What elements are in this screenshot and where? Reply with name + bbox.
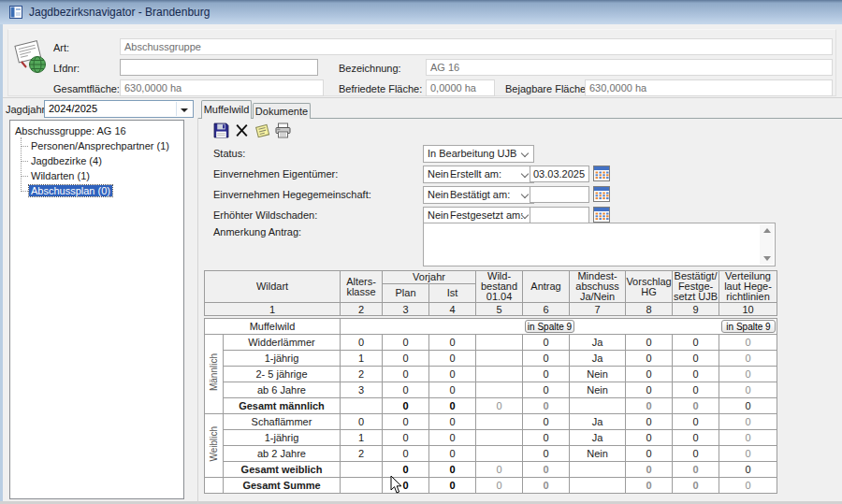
col-header-ist: Ist: [429, 284, 476, 303]
table-cell[interactable]: 0: [523, 382, 570, 398]
table-cell: [570, 478, 626, 494]
status-label: Status:: [213, 148, 245, 159]
table-cell: 0: [429, 462, 476, 478]
calendar-icon-festgesetzt[interactable]: [593, 207, 610, 223]
table-cell[interactable]: 0: [673, 414, 719, 430]
column-number-7: 7: [570, 303, 626, 316]
table-cell: 2: [341, 367, 383, 382]
in-spalte9-button-antrag[interactable]: in Spalte 9: [525, 320, 574, 333]
row-label: Schaflämmer: [224, 414, 341, 430]
table-cell[interactable]: 0: [626, 351, 673, 367]
table-cell: 0: [383, 430, 429, 446]
table-cell[interactable]: 0: [523, 414, 570, 430]
column-number-4: 4: [429, 303, 476, 316]
column-number-9: 9: [673, 303, 719, 316]
table-cell[interactable]: 0: [673, 382, 719, 398]
table-cell: 1: [341, 351, 383, 367]
lfdnr-label: Lfdnr:: [53, 63, 80, 74]
table-row-widderl-mmer: MännlichWidderlämmer0000Ja000: [205, 335, 777, 351]
mouse-cursor: [390, 475, 403, 495]
scroll-down-icon[interactable]: [763, 256, 771, 261]
print-icon[interactable]: [275, 122, 291, 138]
table-number-row: 12345678910: [205, 303, 777, 316]
row-label: 2- 5 jährige: [224, 367, 341, 382]
save-icon[interactable]: [213, 122, 229, 138]
table-cell[interactable]: 0: [523, 446, 570, 462]
table-cell[interactable]: 0: [673, 446, 719, 462]
col-header-mindestabschuss: Mindest- abschuss Ja/Nein: [570, 271, 626, 303]
table-cell[interactable]: Ja: [570, 414, 626, 430]
lfdnr-field[interactable]: [120, 59, 318, 76]
table-cell: [570, 398, 626, 414]
document-globe-icon: [12, 39, 50, 75]
table-cell[interactable]: Ja: [570, 351, 626, 367]
anmerkung-textarea[interactable]: [423, 223, 776, 266]
note-icon[interactable]: [254, 122, 270, 138]
table-cell[interactable]: 0: [523, 335, 570, 351]
table-cell[interactable]: Ja: [570, 335, 626, 351]
jagdjahr-dropdown-button[interactable]: [176, 102, 192, 116]
table-cell[interactable]: Nein: [570, 367, 626, 382]
status-dropdown[interactable]: In Bearbeitung UJB: [423, 145, 534, 163]
table-cell[interactable]: 0: [626, 335, 673, 351]
festgesetzt-am-field[interactable]: [530, 207, 589, 223]
table-cell: 0: [626, 462, 673, 478]
table-cell[interactable]: 0: [523, 351, 570, 367]
table-row-species: Muffelwild in Spalte 9 in Spalte 9: [205, 319, 777, 335]
table-cell[interactable]: Ja: [570, 430, 626, 446]
tab-dokumente[interactable]: Dokumente: [253, 103, 311, 119]
table-cell[interactable]: 0: [523, 430, 570, 446]
table-cell[interactable]: 0: [673, 351, 719, 367]
table-cell[interactable]: 0: [626, 430, 673, 446]
anmerkung-label: Anmerkung Antrag:: [213, 226, 301, 238]
tree-item-label: Personen/Ansprechpartner (1): [29, 140, 171, 151]
table-cell[interactable]: Nein: [570, 382, 626, 398]
textarea-scrollbar[interactable]: [760, 224, 774, 265]
tree-root-node[interactable]: Abschussgruppe: AG 16: [15, 125, 126, 137]
in-spalte9-button-verteilung[interactable]: in Spalte 9: [721, 320, 776, 333]
bestaetigt-am-label: Bestätigt am:: [450, 189, 510, 200]
table-cell[interactable]: 0: [626, 414, 673, 430]
column-number-3: 3: [383, 303, 429, 316]
table-cell[interactable]: 0: [626, 446, 673, 462]
eigentuemer-label: Einvernehmen Eigentümer:: [213, 168, 338, 180]
table-cell[interactable]: 0: [673, 367, 719, 382]
row-label: Gesamt Summe: [224, 478, 341, 494]
col-header-plan: Plan: [383, 284, 429, 303]
table-cell: 0: [429, 430, 476, 446]
wildschaden-label: Erhöhter Wildschaden:: [213, 209, 317, 221]
table-cell[interactable]: 0: [523, 367, 570, 382]
table-cell: 0: [429, 382, 476, 398]
plan-table: Muffelwild in Spalte 9 in Spalte 9 Männl…: [204, 318, 777, 494]
table-cell: 0: [383, 335, 429, 351]
tree-item-abschussplan-0[interactable]: Abschussplan (0): [29, 185, 112, 198]
row-label: 1-jährig: [224, 430, 341, 446]
scroll-up-icon[interactable]: [763, 228, 771, 233]
delete-icon[interactable]: [234, 122, 250, 138]
bestaetigt-am-field[interactable]: [530, 186, 589, 203]
tree-item-jagdbezirke-4[interactable]: Jagdbezirke (4): [29, 155, 104, 168]
table-cell[interactable]: 0: [673, 430, 719, 446]
tree-item-label: Abschussplan (0): [29, 185, 112, 196]
tree-item-wildarten-1[interactable]: Wildarten (1): [29, 170, 92, 183]
tabpage-border-left: [197, 118, 198, 504]
caret-down-icon: [181, 108, 188, 112]
table-cell: 0: [429, 398, 476, 414]
table-cell: 0: [719, 351, 777, 367]
calendar-icon-bestaetigt[interactable]: [593, 186, 610, 202]
tab-muffelwild[interactable]: Muffelwild: [201, 100, 252, 119]
tree-item-personen-ansprechpartner-1[interactable]: Personen/Ansprechpartner (1): [29, 140, 171, 153]
table-cell: 0: [383, 414, 429, 430]
table-cell: 0: [383, 351, 429, 367]
gender-group-empty: [205, 478, 224, 494]
table-cell: 3: [341, 382, 383, 398]
erstellt-am-field[interactable]: 03.03.2025: [530, 166, 589, 182]
jagdjahr-combobox[interactable]: 2024/2025: [44, 100, 194, 118]
table-cell[interactable]: 0: [626, 382, 673, 398]
table-cell: 0: [673, 478, 719, 494]
table-cell: [570, 462, 626, 478]
table-cell[interactable]: 0: [626, 367, 673, 382]
table-cell[interactable]: Nein: [570, 446, 626, 462]
table-cell[interactable]: 0: [673, 335, 719, 351]
calendar-icon-erstellt[interactable]: [593, 166, 610, 181]
